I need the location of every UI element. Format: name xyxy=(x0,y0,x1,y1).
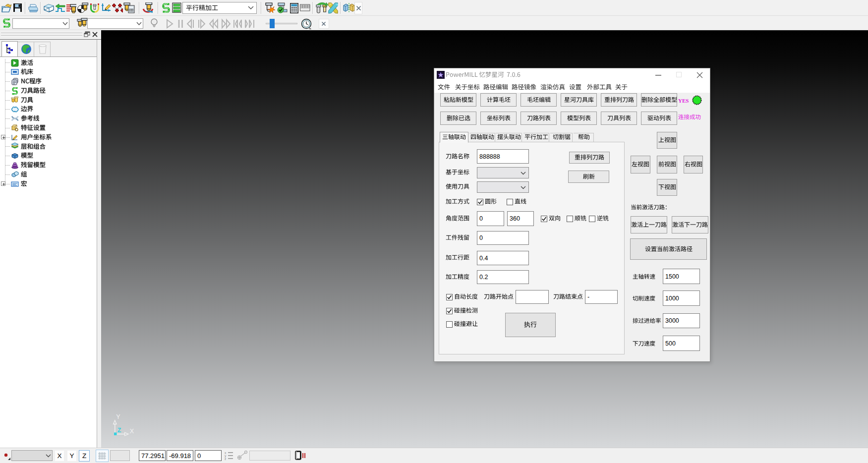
svg-text:Z: Z xyxy=(117,427,121,434)
svg-text:X: X xyxy=(130,428,134,435)
svg-text:z: z xyxy=(225,457,226,461)
svg-text:Y: Y xyxy=(116,413,120,420)
